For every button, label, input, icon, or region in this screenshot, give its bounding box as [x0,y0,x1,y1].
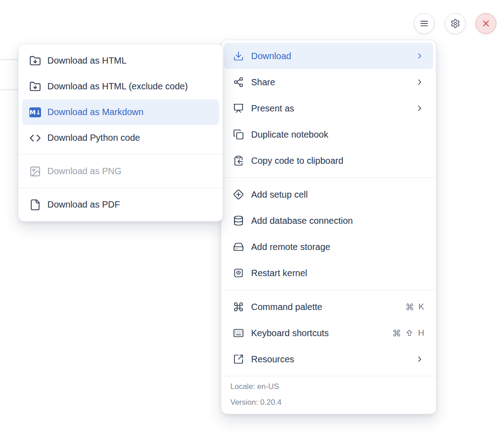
menu-item-label: Download as PDF [47,199,120,210]
version-text: Version: 0.20.4 [230,398,427,407]
chevron-right-icon [415,355,424,364]
command-key-icon [406,303,414,311]
menu-item-label: Download as HTML (exclude code) [47,81,188,92]
menu-item-add-database[interactable]: Add database connection [224,208,433,234]
shortcut-letter: H [418,328,424,338]
presentation-icon [233,103,244,114]
menu-item-label: Restart kernel [251,268,307,278]
menu-item-label: Add database connection [251,216,353,226]
menu-item-label: Resources [251,354,294,365]
menu-item-present-as[interactable]: Present as [224,95,433,121]
chevron-right-icon [415,51,424,60]
menu-item-download-as-html[interactable]: Download as HTML [22,48,219,74]
menu-item-label: Download as HTML [47,56,127,66]
menu-item-resources[interactable]: Resources [224,346,433,372]
file-icon [29,199,41,211]
locale-text: Locale: en-US [230,383,427,391]
menu-item-label: Keyboard shortcuts [251,328,329,338]
menu-item-label: Share [251,77,275,88]
chevron-right-icon [415,104,424,113]
copy-icon [233,129,244,140]
power-square-icon [233,268,244,278]
menu-item-command-palette[interactable]: Command palette K [224,294,433,320]
markdown-badge: M↓ [29,107,41,117]
page-divider [0,89,18,90]
menu-separator [18,188,223,188]
menu-item-label: Download Python code [47,133,140,143]
notebook-menu-button[interactable] [414,13,435,34]
shortcut-cmd-k: K [406,302,424,312]
menu-separator [18,154,223,155]
page-divider [0,59,18,60]
folder-download-icon [29,81,41,92]
menu-item-download-python-code[interactable]: Download Python code [22,125,219,151]
diamond-plus-icon [233,189,244,200]
menu-item-download-as-html-exclude-code[interactable]: Download as HTML (exclude code) [22,74,219,99]
keyboard-icon [233,328,244,338]
download-icon [233,51,244,61]
image-icon [29,166,41,177]
menu-item-duplicate-notebook[interactable]: Duplicate notebook [224,121,433,148]
menu-item-download-as-png[interactable]: Download as PNG [22,158,219,184]
menu-item-copy-code[interactable]: Copy code to clipboard [224,148,433,174]
external-link-icon [233,354,244,365]
menu-item-label: Present as [251,103,294,114]
menu-item-add-remote-storage[interactable]: Add remote storage [224,234,433,260]
database-icon [233,215,244,226]
menu-item-label: Add setup cell [251,190,308,200]
notebook-actions-menu: Download Share Present as Duplicate note… [221,40,436,414]
hamburger-icon [419,18,429,28]
menu-item-share[interactable]: Share [224,69,433,95]
menu-separator [221,177,436,178]
clipboard-copy-icon [233,155,244,166]
menu-item-download-as-pdf[interactable]: Download as PDF [22,192,219,217]
close-icon [481,18,491,28]
shift-key-icon [405,329,413,337]
menu-footer: Locale: en-US Version: 0.20.4 [221,376,436,414]
menu-item-label: Duplicate notebook [251,130,328,140]
code-icon [29,132,41,144]
menu-item-add-setup-cell[interactable]: Add setup cell [224,181,433,208]
download-submenu: Download as HTML Download as HTML (exclu… [18,44,223,222]
command-icon [233,301,244,312]
menu-item-label: Copy code to clipboard [251,156,344,166]
markdown-icon: M↓ [29,106,41,118]
menu-item-restart-kernel[interactable]: Restart kernel [224,260,433,286]
menu-item-label: Download as Markdown [47,107,143,117]
menu-separator [221,290,436,290]
command-key-icon [393,329,401,337]
share-icon [233,77,244,88]
hard-drive-icon [233,241,244,252]
shortcut-letter: K [418,302,424,312]
menu-item-label: Download as PNG [47,166,122,176]
chevron-right-icon [415,78,424,87]
settings-button[interactable] [445,13,466,34]
menu-item-label: Download [251,51,291,61]
menu-item-label: Command palette [251,302,322,312]
shortcut-cmd-shift-h: H [393,328,424,338]
menu-item-label: Add remote storage [251,242,330,252]
menu-item-download-as-markdown[interactable]: M↓ Download as Markdown [22,99,219,125]
menu-item-download[interactable]: Download [224,43,433,69]
gear-icon [450,18,460,28]
close-button[interactable] [476,13,496,34]
menu-item-keyboard-shortcuts[interactable]: Keyboard shortcuts H [224,320,433,346]
folder-download-icon [29,55,41,67]
